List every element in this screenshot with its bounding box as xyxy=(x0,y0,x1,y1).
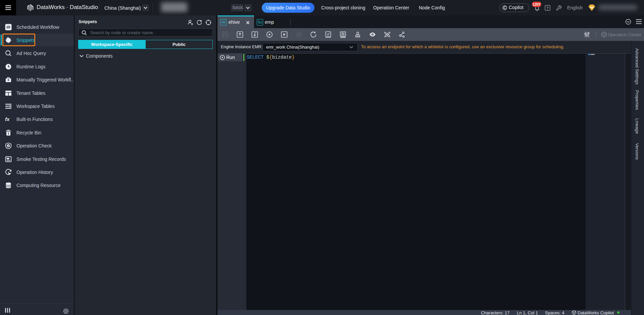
svg-text:fx: fx xyxy=(5,116,10,122)
svg-text:?: ? xyxy=(546,6,548,10)
